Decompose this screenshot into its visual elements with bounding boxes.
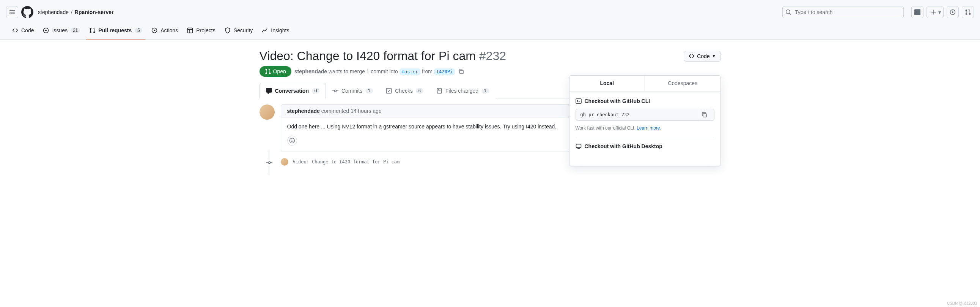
svg-rect-6 [460, 70, 463, 74]
tab-checks[interactable]: Checks6 [379, 83, 430, 98]
code-popover: Local Codespaces Checkout with GitHub CL… [569, 75, 721, 166]
svg-point-10 [290, 138, 294, 143]
cli-learn-more-link[interactable]: Learn more. [636, 125, 661, 131]
svg-rect-14 [576, 99, 581, 103]
nav-code-label: Code [21, 27, 34, 34]
tab-files[interactable]: Files changed1 [430, 83, 495, 98]
issues-tray-button[interactable] [947, 6, 959, 18]
hamburger-button[interactable] [6, 6, 18, 18]
search-input[interactable] [782, 6, 904, 18]
desktop-section-title[interactable]: Checkout with GitHub Desktop [576, 143, 714, 149]
nav-pulls-count: 5 [135, 28, 142, 33]
pr-number: #232 [479, 49, 506, 63]
pr-merge-summary: stephendade wants to merge 1 commit into… [294, 69, 455, 75]
pr-state-badge: Open [259, 66, 291, 77]
breadcrumb: stephendade / Rpanion-server [38, 9, 114, 15]
svg-rect-15 [703, 114, 706, 117]
svg-rect-16 [576, 144, 581, 148]
github-logo[interactable] [21, 6, 33, 18]
svg-point-11 [291, 140, 291, 141]
nav-code[interactable]: Code [9, 24, 37, 40]
copy-branch-icon[interactable] [458, 69, 464, 75]
nav-security[interactable]: Security [221, 24, 256, 40]
tab-conversation-count: 0 [312, 88, 320, 93]
nav-issues[interactable]: Issues21 [40, 24, 83, 40]
tab-checks-count: 6 [416, 88, 423, 93]
code-dropdown-button[interactable]: Code▼ [684, 51, 721, 62]
command-palette-button[interactable] [911, 6, 923, 18]
svg-rect-5 [188, 28, 193, 33]
nav-actions[interactable]: Actions [148, 24, 181, 40]
comment-author[interactable]: stephendade [287, 108, 320, 114]
pr-author-link[interactable]: stephendade [294, 69, 327, 75]
popover-tab-local[interactable]: Local [570, 76, 645, 91]
copy-cli-button[interactable] [701, 109, 714, 121]
cli-section-title: Checkout with GitHub CLI [576, 98, 714, 104]
nav-projects[interactable]: Projects [184, 24, 218, 40]
popover-tab-codespaces[interactable]: Codespaces [645, 76, 721, 91]
head-branch[interactable]: I420Pi [434, 69, 455, 75]
cli-note: Work fast with our official CLI. Learn m… [576, 125, 714, 131]
nav-insights-label: Insights [271, 27, 289, 34]
pr-tabs: Conversation0 Commits1 Checks6 Files cha… [259, 83, 615, 98]
tab-conversation[interactable]: Conversation0 [259, 83, 326, 98]
add-reaction-button[interactable] [287, 136, 297, 146]
commit-avatar[interactable] [281, 158, 288, 166]
base-branch[interactable]: master [399, 69, 420, 75]
nav-pulls[interactable]: Pull requests5 [86, 24, 145, 40]
tab-commits[interactable]: Commits1 [326, 83, 379, 98]
comment-box: stephendade commented 14 hours ago Ow Od… [281, 104, 615, 152]
nav-pulls-label: Pull requests [98, 27, 132, 34]
nav-actions-label: Actions [161, 27, 178, 34]
nav-issues-label: Issues [52, 27, 67, 34]
nav-projects-label: Projects [196, 27, 215, 34]
cli-command: gh pr checkout 232 [576, 109, 701, 121]
comment-body: Odd one here ... Using NV12 format in a … [281, 117, 614, 136]
search-icon [785, 9, 791, 15]
comment-timestamp: commented 14 hours ago [321, 108, 382, 114]
nav-security-label: Security [234, 27, 253, 34]
tab-commits-count: 1 [365, 88, 373, 93]
tab-files-count: 1 [482, 88, 489, 93]
svg-point-7 [334, 90, 336, 92]
comment-avatar[interactable] [259, 104, 275, 120]
breadcrumb-separator: / [71, 9, 72, 15]
svg-point-3 [45, 30, 47, 31]
repo-nav: Code Issues21 Pull requests5 Actions Pro… [6, 24, 974, 40]
commit-message[interactable]: Video: Change to I420 format for Pi cam [293, 159, 400, 165]
commit-icon [266, 160, 272, 166]
nav-issues-count: 21 [70, 28, 80, 33]
svg-point-12 [293, 140, 293, 141]
owner-link[interactable]: stephendade [38, 9, 69, 15]
svg-point-1 [952, 11, 953, 13]
pr-title: Video: Change to I420 format for Pi cam … [259, 49, 679, 63]
nav-insights[interactable]: Insights [259, 24, 292, 40]
svg-point-13 [268, 162, 270, 164]
commit-row: Video: Change to I420 format for Pi cam … [281, 158, 615, 166]
pull-requests-tray-button[interactable] [962, 6, 974, 18]
repo-link[interactable]: Rpanion-server [75, 9, 114, 15]
create-new-button[interactable]: ▾ [926, 6, 943, 18]
search-input-wrapper [782, 6, 904, 18]
